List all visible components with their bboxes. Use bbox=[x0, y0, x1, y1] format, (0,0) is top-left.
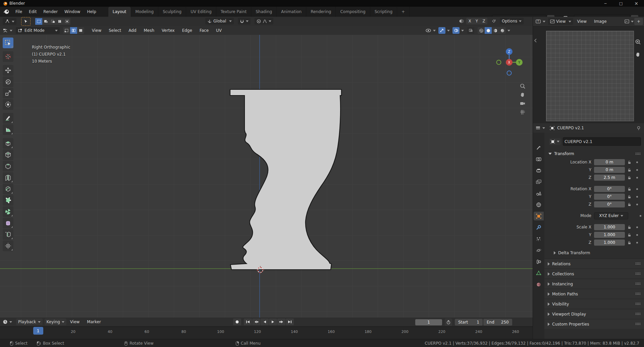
scale-y-field[interactable]: 1.000 bbox=[594, 232, 625, 238]
lock-icon[interactable] bbox=[625, 168, 634, 172]
lock-icon[interactable] bbox=[625, 241, 634, 245]
section-visibility[interactable]: Visibility bbox=[544, 299, 644, 309]
viewport-3d[interactable]: Right Orthographic (1) CUERPO v2.1 10 Me… bbox=[0, 35, 533, 318]
snap-target-icon[interactable] bbox=[491, 19, 496, 23]
mode-selector[interactable]: Edit Mode bbox=[16, 27, 60, 34]
image-display-mode-dropdown[interactable]: View bbox=[548, 18, 573, 25]
select-mode-subtract-icon[interactable] bbox=[49, 18, 56, 25]
panel-drag-grip[interactable] bbox=[636, 283, 641, 285]
animate-dot[interactable] bbox=[634, 161, 640, 163]
panel-drag-grip[interactable] bbox=[636, 323, 641, 325]
vp-menu-edge[interactable]: Edge bbox=[178, 28, 196, 33]
tab-output[interactable] bbox=[534, 166, 544, 175]
record-icon[interactable] bbox=[233, 319, 241, 325]
tab-view-layer[interactable] bbox=[534, 178, 544, 186]
vp-menu-add[interactable]: Add bbox=[125, 28, 140, 33]
lock-icon[interactable] bbox=[625, 195, 634, 199]
current-frame-field[interactable]: 1 bbox=[415, 319, 442, 326]
tab-compositing[interactable]: Compositing bbox=[335, 7, 370, 17]
image-zoom-icon[interactable] bbox=[635, 39, 641, 45]
tool-loop-cut[interactable] bbox=[3, 172, 13, 183]
location-z-field[interactable]: 2.5 m bbox=[594, 175, 625, 181]
rotation-z-field[interactable]: 0° bbox=[594, 201, 625, 208]
panel-drag-grip[interactable] bbox=[636, 153, 641, 155]
section-instancing[interactable]: Instancing bbox=[544, 279, 644, 289]
panel-drag-grip[interactable] bbox=[636, 313, 641, 315]
lock-icon[interactable] bbox=[625, 160, 634, 164]
editor-type-image-icon[interactable]: T bbox=[536, 19, 545, 24]
mirror-x-toggle[interactable]: X bbox=[466, 18, 473, 24]
timeline-ruler[interactable]: 1 20406080100120140160180200220240260 bbox=[0, 327, 533, 339]
play-reverse-icon[interactable] bbox=[261, 319, 269, 325]
animate-dot[interactable] bbox=[634, 242, 640, 244]
transform-panel-header[interactable]: Transform bbox=[546, 150, 644, 158]
object-data-icon[interactable] bbox=[549, 138, 561, 145]
tool-inset-faces[interactable] bbox=[3, 149, 13, 160]
transform-orientation-dropdown[interactable]: Global bbox=[205, 18, 234, 24]
next-keyframe-icon[interactable] bbox=[277, 319, 285, 325]
tool-annotate[interactable] bbox=[3, 113, 13, 124]
tab-layout[interactable]: Layout bbox=[108, 7, 131, 17]
tab-scene[interactable] bbox=[534, 189, 544, 198]
animate-dot[interactable] bbox=[637, 215, 644, 217]
edge-select-icon[interactable] bbox=[70, 27, 77, 34]
section-collections[interactable]: Collections bbox=[544, 269, 644, 279]
animate-dot[interactable] bbox=[634, 234, 640, 236]
show-hide-eye-icon[interactable] bbox=[425, 28, 436, 33]
mirror-y-toggle[interactable]: Y bbox=[473, 18, 480, 24]
jump-to-end-icon[interactable] bbox=[286, 319, 294, 325]
select-mode-new-icon[interactable] bbox=[35, 18, 42, 25]
panel-drag-grip[interactable] bbox=[636, 293, 641, 295]
active-tool-selector[interactable] bbox=[3, 18, 16, 25]
tab-constraints[interactable] bbox=[534, 257, 544, 266]
tab-sculpting[interactable]: Sculpting bbox=[158, 7, 186, 17]
tool-extrude-region[interactable] bbox=[3, 138, 13, 149]
tab-scripting[interactable]: Scripting bbox=[370, 7, 397, 17]
lock-icon[interactable] bbox=[625, 187, 634, 191]
jump-to-start-icon[interactable] bbox=[244, 319, 252, 325]
play-icon[interactable] bbox=[269, 319, 277, 325]
tool-spin[interactable] bbox=[3, 206, 13, 217]
minimize-button[interactable]: ─ bbox=[598, 0, 613, 7]
menu-window[interactable]: Window bbox=[61, 7, 84, 17]
shading-solid-icon[interactable] bbox=[485, 27, 492, 34]
maximize-button[interactable]: □ bbox=[613, 0, 629, 7]
tab-material[interactable] bbox=[534, 280, 544, 289]
tool-measure[interactable] bbox=[3, 124, 13, 135]
vp-menu-select[interactable]: Select bbox=[105, 28, 125, 33]
tool-move[interactable] bbox=[3, 65, 13, 76]
timeline-menu-view[interactable]: View bbox=[66, 320, 83, 324]
ortho-grid-icon[interactable] bbox=[518, 108, 527, 117]
blender-menu-logo-icon[interactable] bbox=[3, 9, 9, 14]
location-x-field[interactable]: 0 m bbox=[594, 159, 625, 165]
rotation-x-field[interactable]: 0° bbox=[594, 186, 625, 192]
tab-world[interactable] bbox=[534, 200, 544, 209]
tool-scale[interactable] bbox=[3, 88, 13, 98]
use-preview-range-icon[interactable] bbox=[445, 319, 452, 326]
mirror-icon[interactable] bbox=[459, 19, 464, 23]
camera-view-icon[interactable] bbox=[518, 99, 527, 108]
tool-bevel[interactable] bbox=[3, 161, 13, 171]
current-frame-marker[interactable]: 1 bbox=[33, 327, 43, 335]
tool-poly-build[interactable] bbox=[3, 195, 13, 206]
prev-keyframe-icon[interactable] bbox=[252, 319, 260, 325]
vertex-select-icon[interactable] bbox=[63, 27, 70, 34]
shading-rendered-icon[interactable] bbox=[499, 27, 506, 34]
image-editor-canvas[interactable] bbox=[546, 31, 634, 121]
delta-transform-row[interactable]: Delta Transform bbox=[546, 249, 644, 257]
tool-edge-slide[interactable] bbox=[3, 229, 13, 240]
image-new-button[interactable]: + bbox=[634, 18, 643, 25]
editor-type-3d-icon[interactable] bbox=[3, 28, 12, 33]
tab-texture-paint[interactable]: Texture Paint bbox=[216, 7, 251, 17]
rotation-mode-dropdown[interactable]: XYZ Euler bbox=[594, 212, 628, 219]
image-menu-image[interactable]: Image bbox=[590, 19, 610, 24]
editor-type-properties-icon[interactable] bbox=[536, 126, 545, 130]
menu-edit[interactable]: Edit bbox=[25, 7, 40, 17]
playback-dropdown[interactable]: Playback bbox=[16, 319, 43, 325]
tab-physics[interactable] bbox=[534, 246, 544, 255]
shading-material-icon[interactable] bbox=[492, 27, 499, 34]
lock-icon[interactable] bbox=[625, 233, 634, 237]
tool-select-box[interactable] bbox=[3, 38, 13, 48]
animate-dot[interactable] bbox=[634, 196, 640, 198]
menu-help[interactable]: Help bbox=[84, 7, 99, 17]
